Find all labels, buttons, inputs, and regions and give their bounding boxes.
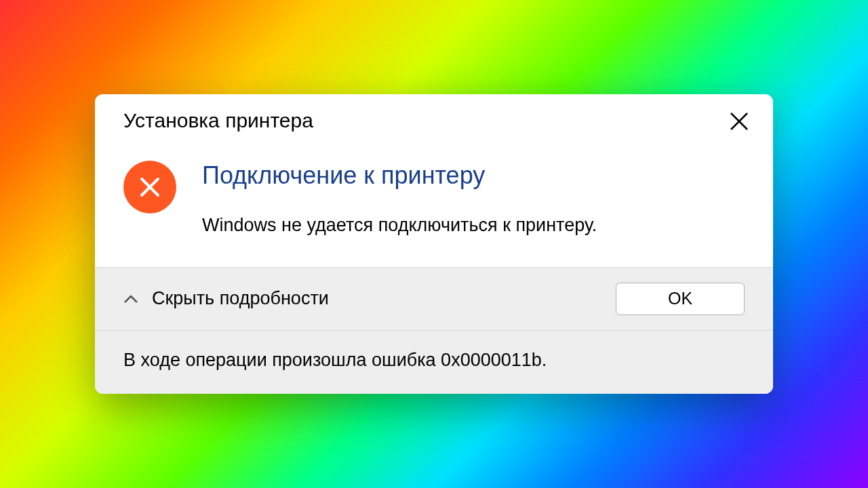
- dialog-content: Подключение к принтеру Windows не удаетс…: [95, 143, 773, 266]
- ok-button[interactable]: OK: [616, 283, 745, 315]
- details-panel: В ходе операции произошла ошибка 0x00000…: [95, 330, 773, 394]
- x-mark-icon: [138, 175, 162, 199]
- close-icon: [729, 111, 749, 131]
- error-icon: [123, 161, 176, 214]
- dialog-title: Установка принтера: [123, 109, 313, 132]
- chevron-up-icon: [123, 294, 138, 304]
- error-message: Windows не удается подключиться к принте…: [202, 215, 745, 236]
- details-toggle-label: Скрыть подробности: [152, 288, 329, 309]
- details-text: В ходе операции произошла ошибка 0x00000…: [123, 350, 547, 370]
- dialog-actions: Скрыть подробности OK: [95, 267, 773, 330]
- close-button[interactable]: [724, 106, 754, 136]
- error-heading: Подключение к принтеру: [202, 161, 745, 190]
- details-toggle[interactable]: Скрыть подробности: [123, 288, 329, 309]
- content-text-block: Подключение к принтеру Windows не удаетс…: [202, 161, 745, 235]
- error-dialog: Установка принтера Подключение к принтер…: [95, 94, 773, 393]
- dialog-titlebar: Установка принтера: [95, 94, 773, 143]
